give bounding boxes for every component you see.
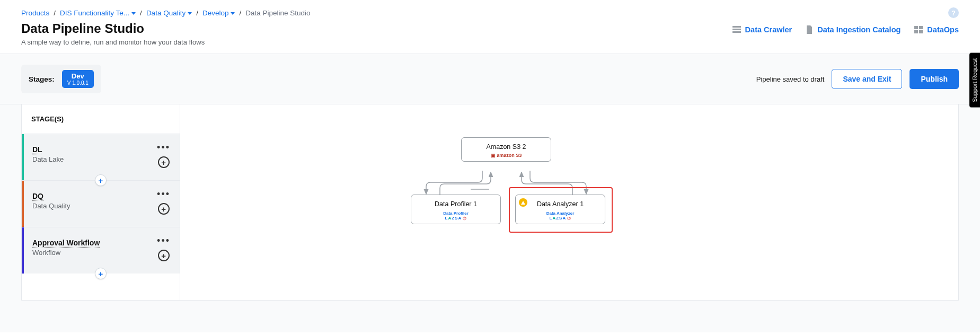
node-title: Data Profiler 1 [414,200,497,208]
add-to-stage-button[interactable]: + [158,203,170,215]
crumb-data-quality[interactable]: Data Quality [146,9,192,17]
warning-icon [519,198,527,207]
svg-rect-0 [732,26,741,28]
chevron-down-icon [231,12,235,15]
node-title: Amazon S3 2 [465,143,548,151]
accent-bar [22,227,24,274]
svg-rect-5 [914,30,918,33]
chevron-down-icon [131,12,136,15]
more-icon[interactable]: ••• [157,238,170,243]
add-to-stage-button[interactable]: + [158,250,170,261]
svg-rect-4 [919,26,923,29]
stage-name: Workflow [32,249,157,257]
page-title: Data Pipeline Studio [21,21,205,36]
support-request-tab[interactable]: Support Request [969,53,980,108]
save-and-exit-button[interactable]: Save and Exit [832,69,902,89]
stage-dev-pill[interactable]: Dev V 1.0.0.1 [62,70,94,88]
stage-code: DL [32,145,42,154]
crumb-current: Data Pipeline Studio [245,9,310,17]
svg-rect-3 [914,26,918,29]
stage-item-data-quality[interactable]: DQ Data Quality ••• + [22,180,180,227]
document-icon [806,25,813,34]
svg-rect-1 [732,29,741,30]
svg-rect-2 [732,31,741,33]
stages-label: Stages: [29,75,55,83]
chevron-down-icon [188,12,192,15]
link-dataops[interactable]: DataOps [914,25,959,34]
insert-stage-button[interactable]: + [95,268,107,279]
breadcrumb: Products / DIS Functionality Te... / Dat… [21,9,311,17]
crumb-dis-functionality[interactable]: DIS Functionality Te... [60,9,136,17]
link-data-ingestion-catalog[interactable]: Data Ingestion Catalog [806,25,900,34]
draft-status: Pipeline saved to draft [756,75,825,83]
amazon-s3-icon: ▣ amazon S3 [465,153,548,158]
node-platform: Data Profiler LAZSA ◔ [414,211,497,221]
crumb-products[interactable]: Products [21,9,49,17]
stage-name: Data Quality [32,202,157,210]
page-subtitle: A simple way to define, run and monitor … [21,38,205,46]
stage-code: Approval Workflow [32,239,100,247]
stages-panel: STAGE(S) DL Data Lake ••• + + DQ Data Qu… [21,104,180,301]
grid-icon [914,26,923,33]
node-data-analyzer[interactable]: Data Analyzer 1 Data Analyzer LAZSA ◔ [515,195,605,224]
stage-name: Data Lake [32,155,157,163]
accent-bar [22,181,24,227]
stage-item-data-lake[interactable]: DL Data Lake ••• + + [22,134,180,180]
node-title: Data Analyzer 1 [519,200,602,208]
node-amazon-s3[interactable]: Amazon S3 2 ▣ amazon S3 [461,137,551,162]
stage-selector-card: Stages: Dev V 1.0.0.1 [21,65,101,93]
publish-button[interactable]: Publish [910,69,959,89]
link-data-crawler[interactable]: Data Crawler [732,25,792,34]
list-icon [732,26,741,33]
node-data-profiler[interactable]: Data Profiler 1 Data Profiler LAZSA ◔ [411,195,501,224]
more-icon[interactable]: ••• [157,191,170,197]
pipeline-canvas[interactable]: Amazon S3 2 ▣ amazon S3 Data Profiler 1 … [180,104,959,301]
insert-stage-button[interactable]: + [95,174,107,186]
stages-heading: STAGE(S) [22,104,180,134]
svg-rect-6 [919,30,923,33]
accent-bar [22,134,24,180]
stage-code: DQ [32,192,43,200]
add-to-stage-button[interactable]: + [158,156,170,168]
crumb-develop[interactable]: Develop [202,9,235,17]
node-platform: Data Analyzer LAZSA ◔ [519,211,602,221]
more-icon[interactable]: ••• [157,145,170,150]
stage-item-approval-workflow[interactable]: Approval Workflow Workflow ••• + + [22,227,180,274]
help-icon[interactable]: ? [948,7,959,18]
